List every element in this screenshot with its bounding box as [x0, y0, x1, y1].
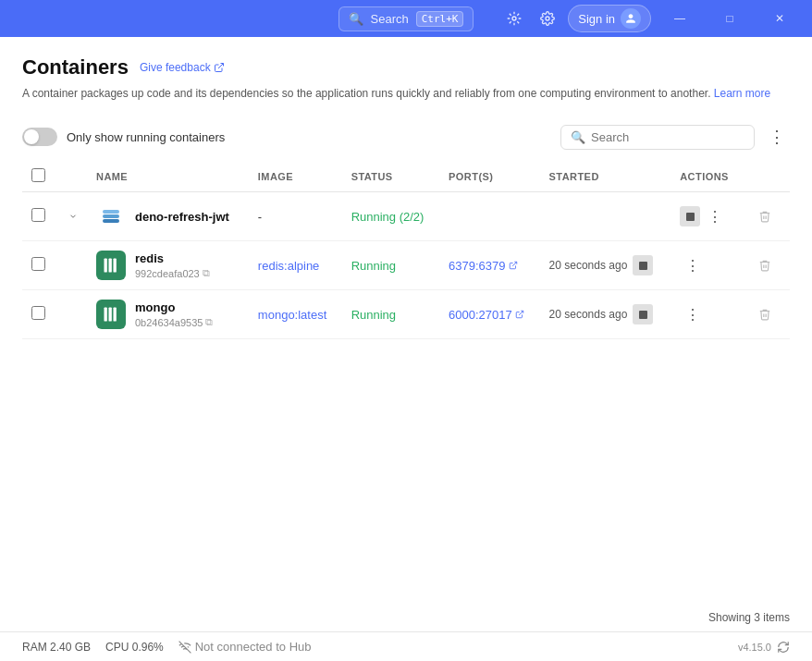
options-button-mongo[interactable]: ⋮ — [680, 301, 706, 327]
expand-button-deno[interactable] — [68, 212, 78, 221]
stop-icon-redis — [639, 262, 647, 270]
container-name-mongo: mongo — [135, 300, 213, 314]
row-checkbox-redis[interactable] — [31, 257, 45, 271]
stop-small-mongo[interactable] — [633, 304, 653, 324]
plugin-icon[interactable] — [501, 6, 527, 31]
cpu-usage: CPU 0.96% — [105, 641, 164, 654]
toggle-row: Only show running containers — [22, 128, 225, 146]
actions-mongo: ⋮ — [680, 301, 732, 327]
table-row: mongo 0b24634a9535 ⧉ mongo:latest Runnin… — [22, 290, 790, 339]
redis-icon — [102, 256, 120, 275]
minimize-button[interactable]: — — [658, 0, 701, 37]
svg-rect-4 — [109, 259, 112, 273]
footer: RAM 2.40 GB CPU 0.96% Not connected to H… — [0, 631, 812, 661]
svg-rect-7 — [105, 308, 107, 322]
search-input[interactable] — [591, 130, 744, 144]
svg-rect-3 — [105, 259, 107, 273]
update-icon — [777, 641, 790, 654]
container-icon-deno — [96, 202, 126, 231]
select-all-checkbox[interactable] — [31, 168, 45, 182]
toolbar-right: 🔍 ⋮ — [560, 124, 790, 150]
main-content: Containers Give feedback A container pac… — [0, 37, 812, 631]
col-name: NAME — [87, 161, 249, 192]
sign-in-label: Sign in — [578, 12, 615, 26]
table-header-row: NAME IMAGE STATUS PORT(S) STARTED ACTION… — [22, 161, 790, 192]
delete-button-deno[interactable] — [752, 203, 778, 229]
row-checkbox-mongo[interactable] — [31, 306, 45, 320]
svg-line-2 — [218, 64, 224, 69]
image-link-redis[interactable]: redis:alpine — [258, 259, 333, 273]
more-options-button[interactable]: ⋮ — [764, 124, 790, 150]
options-button-redis[interactable]: ⋮ — [680, 252, 706, 278]
svg-point-1 — [546, 17, 549, 20]
ports-deno — [439, 192, 540, 241]
container-icon-redis — [96, 251, 126, 280]
copy-id-redis[interactable]: ⧉ — [203, 267, 210, 279]
container-id-redis: 992cdeafa023 — [135, 268, 200, 279]
svg-line-6 — [512, 262, 517, 266]
footer-left: RAM 2.40 GB CPU 0.96% Not connected to H… — [22, 640, 311, 654]
mongo-icon — [102, 305, 120, 324]
started-deno — [540, 192, 671, 241]
delete-button-mongo[interactable] — [752, 301, 778, 327]
col-started: STARTED — [540, 161, 671, 192]
page-title: Containers — [22, 55, 129, 80]
search-shortcut: Ctrl+K — [416, 11, 464, 27]
hub-status: Not connected to Hub — [178, 640, 312, 654]
table-row: deno-refresh-jwt - Running (2/2) ⋮ — [22, 192, 790, 241]
options-button-deno[interactable]: ⋮ — [702, 203, 728, 229]
maximize-button[interactable]: □ — [708, 0, 751, 37]
container-id-mongo: 0b24634a9535 — [135, 317, 203, 328]
showing-count: Showing 3 items — [708, 611, 790, 624]
image-link-mongo[interactable]: mongo:latest — [258, 308, 333, 322]
table-row: redis 992cdeafa023 ⧉ redis:alpine Runnin… — [22, 241, 790, 290]
page-header: Containers Give feedback A container pac… — [22, 55, 790, 102]
stop-small-redis[interactable] — [633, 255, 653, 275]
port-link-mongo[interactable]: 6000:27017 — [449, 308, 531, 322]
actions-deno: ⋮ — [680, 203, 732, 229]
toggle-knob — [24, 129, 39, 144]
container-icon-mongo — [96, 300, 126, 329]
started-redis: 20 seconds ago — [549, 259, 628, 272]
copy-id-mongo[interactable]: ⧉ — [205, 316, 213, 328]
status-deno: Running (2/2) — [351, 210, 424, 224]
svg-point-0 — [512, 17, 516, 20]
svg-rect-8 — [109, 308, 112, 322]
close-button[interactable]: ✕ — [758, 0, 801, 37]
svg-rect-9 — [114, 308, 117, 322]
search-button[interactable]: 🔍 Search Ctrl+K — [338, 6, 474, 31]
stop-icon-mongo — [639, 311, 647, 319]
port-link-redis[interactable]: 6379:6379 — [449, 259, 531, 273]
svg-line-10 — [519, 311, 523, 315]
toolbar: Only show running containers 🔍 ⋮ — [22, 124, 790, 150]
container-name-redis: redis — [135, 251, 210, 265]
image-deno: - — [249, 192, 342, 241]
stop-button-deno[interactable] — [680, 206, 700, 226]
footer-right: v4.15.0 — [738, 641, 790, 654]
avatar — [621, 8, 641, 29]
container-name-deno: deno-refresh-jwt — [135, 210, 229, 224]
col-ports: PORT(S) — [439, 161, 540, 192]
feedback-link[interactable]: Give feedback — [140, 61, 225, 74]
search-icon: 🔍 — [349, 12, 363, 26]
running-containers-toggle[interactable] — [22, 128, 57, 146]
learn-more-link[interactable]: Learn more — [714, 87, 770, 100]
sign-in-button[interactable]: Sign in — [568, 5, 651, 32]
col-status: STATUS — [342, 161, 439, 192]
started-mongo: 20 seconds ago — [549, 308, 628, 321]
search-bar[interactable]: 🔍 — [560, 125, 755, 150]
svg-rect-5 — [114, 259, 117, 273]
actions-redis: ⋮ — [680, 252, 732, 278]
search-icon: 🔍 — [571, 130, 585, 144]
page-description: A container packages up code and its dep… — [22, 85, 790, 102]
delete-button-redis[interactable] — [752, 252, 778, 278]
status-redis: Running — [351, 259, 396, 273]
titlebar: 🔍 Search Ctrl+K Sign in — □ ✕ — [0, 0, 812, 37]
col-actions: ACTIONS — [671, 161, 742, 192]
row-checkbox-deno[interactable] — [31, 208, 45, 222]
settings-icon[interactable] — [535, 6, 560, 31]
version: v4.15.0 — [738, 642, 771, 653]
titlebar-icons: Sign in — □ ✕ — [501, 0, 801, 37]
feedback-label: Give feedback — [140, 61, 211, 74]
col-image: IMAGE — [249, 161, 342, 192]
